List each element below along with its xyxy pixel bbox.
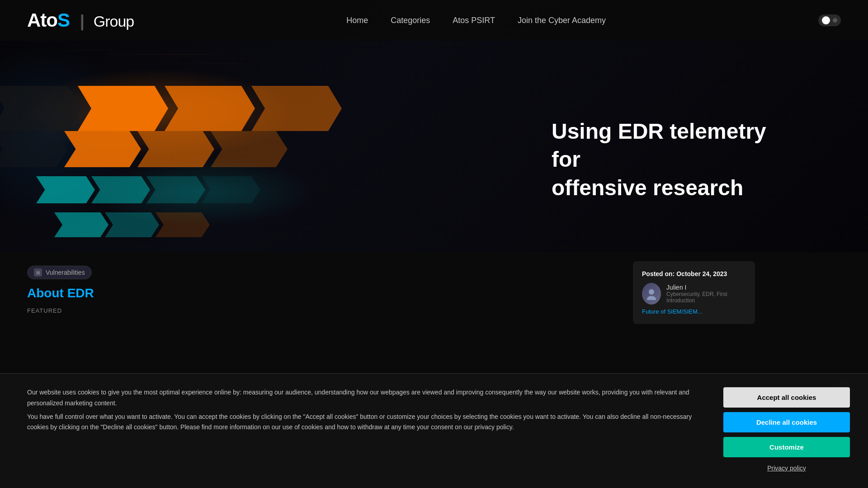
accept-cookies-button[interactable]: Accept all cookies	[723, 387, 850, 408]
chevron-teal-6	[105, 212, 159, 237]
main-nav: Home Categories Atos PSIRT Join the Cybe…	[346, 16, 606, 25]
logo-atos: AtoS	[27, 9, 70, 31]
chevron-teal-4	[202, 176, 260, 203]
avatar-icon	[645, 287, 658, 300]
chevron-orange-5	[137, 131, 214, 167]
chevron-teal-2	[91, 176, 150, 203]
chevron-teal-3	[146, 176, 205, 203]
hero-title-block: Using EDR telemetry for offensive resear…	[552, 117, 778, 202]
cookie-text-p1: Our website uses cookies to give you the…	[27, 387, 696, 409]
cookie-banner: Our website uses cookies to give you the…	[0, 373, 868, 488]
arrow-row-3	[36, 176, 257, 203]
cookie-buttons: Accept all cookies Decline all cookies C…	[723, 387, 850, 474]
tag-badge[interactable]: ⊞ Vulnerabilities	[27, 266, 92, 279]
logo-separator: |	[80, 12, 88, 30]
author-role: Cybersecurity, EDR, First Introduction	[666, 291, 746, 304]
decline-cookies-button[interactable]: Decline all cookies	[723, 412, 850, 432]
nav-categories[interactable]: Categories	[391, 16, 430, 25]
posted-on: Posted on: October 24, 2023	[642, 270, 746, 277]
hero-heading: Using EDR telemetry for offensive resear…	[552, 117, 778, 202]
cookie-text-p2: You have full control over what you want…	[27, 412, 696, 433]
theme-toggle[interactable]	[818, 14, 841, 26]
arrow-row-1	[0, 86, 338, 131]
toggle-on-indicator	[822, 16, 830, 24]
posted-label: Posted on:	[642, 270, 675, 277]
chevron-orange-1	[78, 86, 168, 131]
customize-cookies-button[interactable]: Customize	[723, 437, 850, 457]
logo-group: Group	[94, 13, 134, 30]
future-tag: Future of SIEM/SIEM...	[642, 308, 746, 315]
nav-home[interactable]: Home	[346, 16, 368, 25]
header: AtoS | Group Home Categories Atos PSIRT …	[0, 0, 868, 41]
chevron-orange-2	[165, 86, 255, 131]
arrow-row-4	[54, 212, 206, 237]
chevron-orange-faded-1	[156, 212, 210, 237]
posted-date: October 24, 2023	[676, 270, 727, 277]
svg-point-0	[649, 289, 654, 295]
privacy-policy-button[interactable]: Privacy policy	[723, 462, 850, 474]
nav-atos-psirt[interactable]: Atos PSIRT	[453, 16, 495, 25]
toggle-off-indicator	[833, 18, 837, 23]
logo-text: AtoS | Group	[27, 9, 134, 31]
chevron-orange-4	[64, 131, 141, 167]
tag-label: Vulnerabilities	[46, 269, 85, 276]
chevron-orange-6	[211, 131, 288, 167]
svg-point-1	[647, 296, 656, 300]
cookie-text: Our website uses cookies to give you the…	[27, 387, 696, 433]
arrow-row-2	[0, 131, 284, 167]
chevron-dark-1	[0, 86, 81, 131]
tag-icon: ⊞	[34, 268, 42, 277]
chevron-orange-3	[251, 86, 342, 131]
chevron-teal-5	[54, 212, 108, 237]
logo[interactable]: AtoS | Group	[27, 9, 134, 31]
chevron-teal-1	[36, 176, 95, 203]
author-avatar	[642, 283, 661, 305]
author-name: Julien I	[666, 284, 746, 291]
arrows-container	[0, 41, 362, 262]
chevron-dark-2	[0, 131, 68, 167]
info-card: Posted on: October 24, 2023 Julien I Cyb…	[633, 261, 755, 324]
nav-join-cyber[interactable]: Join the Cyber Academy	[518, 16, 606, 25]
author-row: Julien I Cybersecurity, EDR, First Intro…	[642, 283, 746, 305]
